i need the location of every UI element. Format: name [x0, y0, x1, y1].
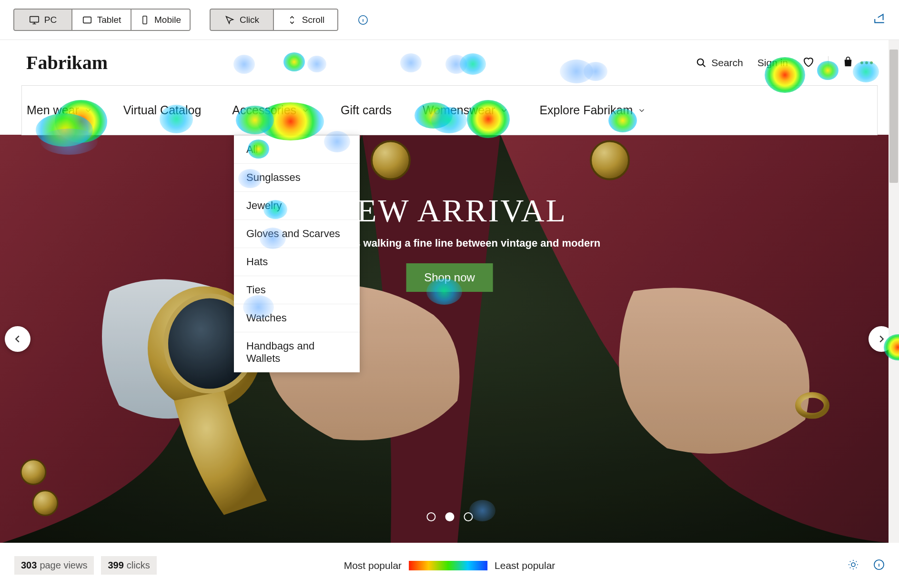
carousel-prev-button[interactable]	[5, 326, 30, 352]
mode-click-label: Click	[240, 15, 259, 25]
chevron-down-icon	[637, 106, 646, 115]
brightness-icon[interactable]	[848, 559, 859, 572]
nav-label: Gift cards	[341, 103, 392, 117]
dropdown-item[interactable]: Watches	[234, 304, 360, 332]
chevron-down-icon	[301, 106, 310, 115]
wishlist-icon[interactable]	[802, 56, 814, 70]
signin-link[interactable]: Sign in	[758, 57, 788, 69]
signin-label: Sign in	[758, 57, 788, 69]
hero-banner: NEW ARRIVAL Accessories walking a fine l…	[0, 135, 899, 543]
dropdown-item[interactable]: Handbags and Wallets	[234, 332, 360, 372]
mode-toggle-group: Click Scroll	[210, 9, 338, 31]
nav-label: Explore Fabrikam	[539, 103, 633, 117]
search-icon	[696, 58, 707, 68]
more-icon[interactable]	[860, 61, 873, 64]
chevron-right-icon	[876, 334, 887, 344]
mode-scroll-label: Scroll	[302, 15, 325, 25]
heat-legend: Most popular Least popular	[344, 560, 556, 571]
nav-label: Womenswear	[423, 103, 495, 117]
chevron-down-icon	[84, 106, 92, 115]
divider	[828, 56, 828, 70]
mobile-icon	[140, 15, 150, 25]
search-label: Search	[711, 57, 743, 69]
legend-most-label: Most popular	[344, 560, 402, 571]
svg-point-6	[697, 59, 704, 65]
svg-point-16	[851, 563, 855, 567]
dropdown-item[interactable]: Gloves and Scarves	[234, 220, 360, 248]
mode-scroll-button[interactable]: Scroll	[274, 9, 338, 31]
nav-label: Virtual Catalog	[123, 103, 202, 117]
cursor-icon	[224, 15, 235, 25]
pageviews-label: page views	[40, 560, 87, 570]
stats-info-icon[interactable]	[873, 559, 885, 572]
preview-scrollbar[interactable]	[889, 40, 899, 543]
carousel-dot[interactable]	[445, 512, 454, 521]
share-icon[interactable]	[873, 13, 886, 27]
tablet-icon	[82, 15, 92, 25]
nav-womenswear[interactable]: Womenswear	[423, 103, 508, 117]
carousel-dot[interactable]	[426, 512, 435, 521]
nav-giftcards[interactable]: Gift cards	[341, 103, 392, 117]
svg-rect-3	[143, 16, 147, 24]
device-pc-button[interactable]: PC	[13, 9, 72, 31]
stats-tools	[848, 559, 885, 572]
device-mobile-button[interactable]: Mobile	[131, 9, 191, 31]
search-link[interactable]: Search	[696, 57, 743, 69]
dropdown-item[interactable]: Hats	[234, 248, 360, 276]
shop-now-button[interactable]: Shop now	[406, 263, 493, 292]
nav-accessories[interactable]: Accessories	[232, 103, 310, 117]
site-header: Fabrikam Search Sign in	[0, 40, 899, 85]
stats-bar: 303page views 399clicks Most popular Lea…	[0, 543, 899, 588]
nav-label: Accessories	[232, 103, 296, 117]
device-tablet-label: Tablet	[97, 15, 121, 25]
chevron-down-icon	[500, 106, 508, 115]
scrollbar-thumb[interactable]	[889, 50, 898, 183]
nav-explore[interactable]: Explore Fabrikam	[539, 103, 646, 117]
carousel-dot[interactable]	[464, 512, 473, 521]
dropdown-item[interactable]: All	[234, 136, 360, 164]
nav-label: Men wear	[27, 103, 79, 117]
mode-click-button[interactable]: Click	[210, 9, 274, 31]
pageviews-pill: 303page views	[14, 556, 94, 575]
clicks-pill: 399clicks	[101, 556, 156, 575]
legend-least-label: Least popular	[495, 560, 555, 571]
chevron-left-icon	[12, 334, 23, 344]
site-preview: Fabrikam Search Sign in Men wear	[0, 40, 899, 543]
device-mobile-label: Mobile	[154, 15, 181, 25]
pageviews-value: 303	[21, 560, 37, 570]
device-tablet-button[interactable]: Tablet	[72, 9, 131, 31]
analytics-toolbar: PC Tablet Mobile Click Scroll	[0, 0, 899, 40]
carousel-dots	[426, 512, 473, 521]
dropdown-item[interactable]: Sunglasses	[234, 164, 360, 192]
toolbar-info-icon[interactable]	[357, 14, 369, 26]
main-nav: Men wear Virtual Catalog Accessories Gif…	[21, 85, 878, 135]
device-toggle-group: PC Tablet Mobile	[13, 9, 191, 31]
dropdown-item[interactable]: Ties	[234, 276, 360, 304]
bag-icon[interactable]	[843, 56, 853, 70]
nav-virtual-catalog[interactable]: Virtual Catalog	[123, 103, 202, 117]
legend-gradient	[409, 561, 487, 570]
svg-rect-0	[30, 16, 39, 22]
scroll-icon	[287, 15, 297, 25]
desktop-icon	[29, 15, 40, 25]
header-actions: Search Sign in	[696, 56, 873, 70]
nav-menwear[interactable]: Men wear	[27, 103, 92, 117]
device-pc-label: PC	[44, 15, 57, 25]
clicks-label: clicks	[127, 560, 150, 570]
dropdown-item[interactable]: Jewelry	[234, 192, 360, 220]
clicks-value: 399	[108, 560, 123, 570]
brand-logo[interactable]: Fabrikam	[26, 51, 108, 74]
accessories-dropdown: All Sunglasses Jewelry Gloves and Scarve…	[234, 135, 360, 372]
hero-title: NEW ARRIVAL	[332, 192, 567, 229]
